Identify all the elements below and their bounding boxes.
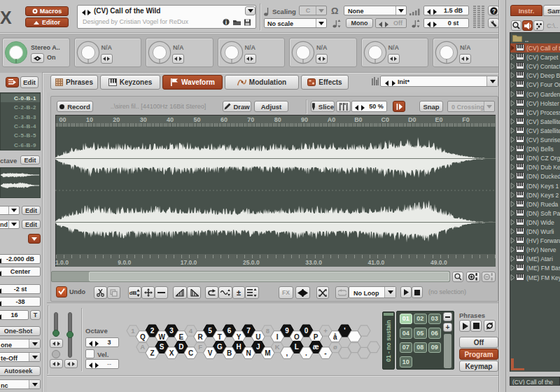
- svg-text:T: T: [218, 333, 222, 341]
- svg-text:2: 2: [150, 327, 155, 335]
- svg-text:R: R: [198, 333, 204, 341]
- svg-text:N: N: [246, 349, 251, 357]
- svg-text:X: X: [169, 349, 174, 357]
- svg-text:ø: ø: [333, 343, 337, 351]
- svg-text:I: I: [276, 333, 279, 341]
- svg-text:K: K: [275, 343, 280, 351]
- svg-text:5: 5: [208, 327, 212, 335]
- svg-text:H: H: [237, 343, 241, 351]
- svg-text:G: G: [217, 343, 223, 351]
- svg-text:+: +: [323, 327, 328, 335]
- svg-text:1: 1: [131, 327, 135, 335]
- svg-text:-: -: [324, 349, 326, 357]
- svg-text:V: V: [208, 349, 213, 357]
- svg-text:Z: Z: [150, 349, 154, 357]
- svg-text:.: .: [305, 349, 307, 357]
- svg-text:L: L: [295, 343, 299, 351]
- svg-text:E: E: [178, 333, 183, 341]
- svg-text:7: 7: [246, 327, 251, 335]
- svg-text:A: A: [140, 343, 145, 351]
- svg-text:Q: Q: [140, 333, 146, 341]
- svg-text:U: U: [255, 333, 260, 341]
- svg-text:,: ,: [286, 349, 288, 357]
- svg-text:0: 0: [304, 327, 309, 335]
- svg-text:': ': [344, 327, 345, 335]
- svg-text:D: D: [178, 343, 183, 351]
- svg-text:W: W: [158, 333, 165, 341]
- svg-text:C: C: [188, 349, 193, 357]
- svg-text:9: 9: [285, 327, 289, 335]
- svg-text:4: 4: [189, 327, 193, 335]
- svg-text:å: å: [333, 333, 337, 341]
- svg-text:B: B: [227, 349, 232, 357]
- svg-text:3: 3: [169, 327, 174, 335]
- svg-text:J: J: [256, 343, 260, 351]
- svg-text:6: 6: [227, 327, 232, 335]
- svg-text:æ: æ: [313, 343, 319, 351]
- svg-text:F: F: [198, 343, 202, 351]
- svg-text:M: M: [265, 349, 270, 357]
- svg-text:i: i: [225, 19, 227, 26]
- svg-text:Y: Y: [237, 333, 241, 341]
- svg-text:S: S: [160, 343, 164, 351]
- svg-text:O: O: [294, 333, 300, 341]
- svg-text:?: ?: [491, 7, 495, 14]
- svg-text:8: 8: [266, 327, 270, 335]
- svg-text:P: P: [314, 333, 318, 341]
